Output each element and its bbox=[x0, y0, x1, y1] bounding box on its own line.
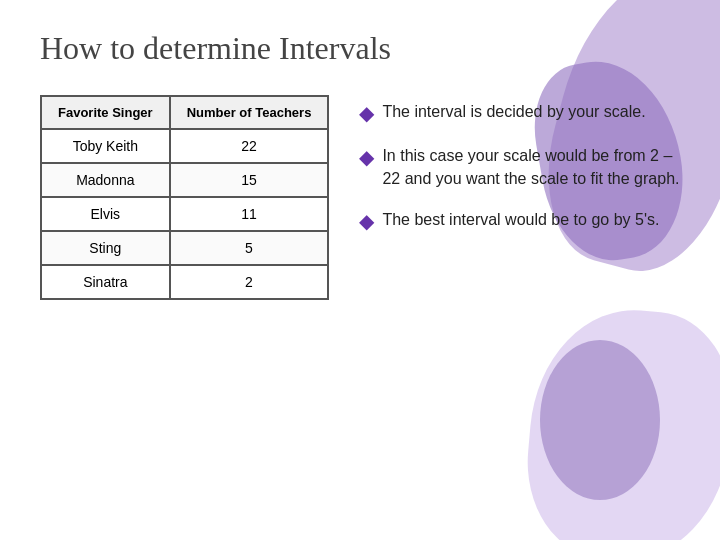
main-area: Favorite Singer Number of Teachers Toby … bbox=[40, 95, 680, 300]
bullet-item-3: ◆The best interval would be to go by 5's… bbox=[359, 208, 680, 234]
count-cell: 15 bbox=[170, 163, 329, 197]
count-cell: 11 bbox=[170, 197, 329, 231]
bullet-text-1: The interval is decided by your scale. bbox=[382, 100, 645, 123]
table-row: Sting5 bbox=[41, 231, 328, 265]
bullet-diamond-icon: ◆ bbox=[359, 144, 374, 170]
singer-cell: Sting bbox=[41, 231, 170, 265]
bullet-item-2: ◆In this case your scale would be from 2… bbox=[359, 144, 680, 190]
table-container: Favorite Singer Number of Teachers Toby … bbox=[40, 95, 329, 300]
bullet-text-3: The best interval would be to go by 5's. bbox=[382, 208, 659, 231]
table-row: Sinatra2 bbox=[41, 265, 328, 299]
bullet-diamond-icon: ◆ bbox=[359, 208, 374, 234]
table-row: Elvis11 bbox=[41, 197, 328, 231]
singer-cell: Sinatra bbox=[41, 265, 170, 299]
singer-cell: Elvis bbox=[41, 197, 170, 231]
table-row: Toby Keith22 bbox=[41, 129, 328, 163]
page-content: How to determine Intervals Favorite Sing… bbox=[0, 0, 720, 320]
table-row: Madonna15 bbox=[41, 163, 328, 197]
singers-table: Favorite Singer Number of Teachers Toby … bbox=[40, 95, 329, 300]
count-cell: 2 bbox=[170, 265, 329, 299]
table-header-row: Favorite Singer Number of Teachers bbox=[41, 96, 328, 129]
page-title: How to determine Intervals bbox=[40, 30, 680, 67]
count-cell: 5 bbox=[170, 231, 329, 265]
bg-shape-4 bbox=[540, 340, 660, 500]
bullet-text-2: In this case your scale would be from 2 … bbox=[382, 144, 680, 190]
bullet-points-section: ◆The interval is decided by your scale.◆… bbox=[359, 95, 680, 252]
col-header-singer: Favorite Singer bbox=[41, 96, 170, 129]
bullet-diamond-icon: ◆ bbox=[359, 100, 374, 126]
singer-cell: Toby Keith bbox=[41, 129, 170, 163]
col-header-count: Number of Teachers bbox=[170, 96, 329, 129]
bullet-item-1: ◆The interval is decided by your scale. bbox=[359, 100, 680, 126]
count-cell: 22 bbox=[170, 129, 329, 163]
bg-shape-3 bbox=[519, 302, 720, 540]
singer-cell: Madonna bbox=[41, 163, 170, 197]
